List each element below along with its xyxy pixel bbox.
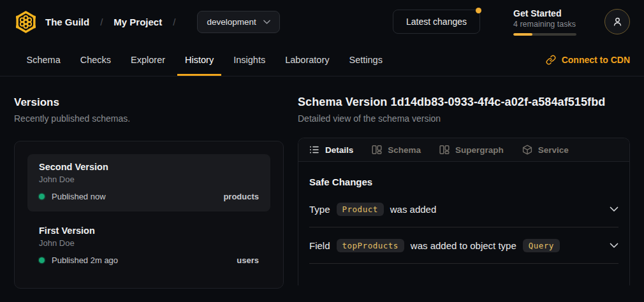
connect-to-cdn-link[interactable]: Connect to CDN	[546, 43, 630, 76]
breadcrumb-separator: /	[100, 17, 103, 27]
hive-logo-icon	[14, 10, 38, 34]
version-card-second[interactable]: Second Version John Doe Published now pr…	[27, 154, 270, 212]
tab-insights[interactable]: Insights	[226, 43, 273, 76]
tab-schema-label: Schema	[388, 145, 421, 155]
version-card-first[interactable]: First Version John Doe Published 2m ago …	[27, 218, 270, 275]
chevron-down-icon	[263, 20, 270, 24]
user-avatar-button[interactable]	[604, 9, 630, 34]
list-icon	[309, 145, 319, 155]
tab-schema-detail[interactable]: Schema	[372, 145, 421, 155]
cube-icon	[522, 145, 532, 155]
versions-list: Second Version John Doe Published now pr…	[14, 141, 284, 289]
get-started-widget[interactable]: Get Started 4 remaining tasks	[513, 8, 576, 36]
change-suffix: was added	[390, 204, 437, 215]
safe-changes-heading: Safe Changes	[309, 176, 618, 187]
versions-title: Versions	[14, 96, 284, 109]
change-prefix: Type	[309, 204, 330, 215]
published-label: Published now	[52, 192, 106, 201]
tab-laboratory[interactable]: Laboratory	[277, 43, 337, 76]
versions-column: Versions Recently published schemas. Sec…	[14, 76, 284, 289]
org-name[interactable]: The Guild	[45, 17, 89, 27]
detail-column: Schema Version 1d14db83-0933-4f4c-a02f-a…	[298, 76, 630, 289]
published-status-dot	[39, 194, 45, 199]
version-author: John Doe	[39, 238, 259, 248]
get-started-title: Get Started	[513, 8, 576, 18]
latest-changes-button[interactable]: Latest changes	[393, 10, 480, 34]
tab-supergraph[interactable]: Supergraph	[439, 145, 504, 155]
tab-settings[interactable]: Settings	[342, 43, 390, 76]
schema-version-panel: Details Schema	[298, 138, 630, 285]
changes-section: Safe Changes Type Product was added Fiel…	[298, 162, 629, 264]
main-content: Versions Recently published schemas. Sec…	[0, 76, 644, 289]
app-header: The Guild / My Project / development Lat…	[0, 0, 644, 43]
code-chip: Query	[523, 239, 560, 252]
tab-history[interactable]: History	[177, 43, 221, 76]
link-icon	[546, 55, 556, 65]
tab-explorer[interactable]: Explorer	[123, 43, 173, 76]
tab-details[interactable]: Details	[309, 145, 353, 155]
change-suffix: was added to object type	[411, 240, 516, 251]
connect-to-cdn-label: Connect to CDN	[562, 55, 630, 65]
change-row-type-added[interactable]: Type Product was added	[309, 191, 618, 227]
breadcrumb-project[interactable]: My Project	[113, 17, 162, 27]
service-name: users	[237, 255, 259, 265]
chevron-down-icon[interactable]	[610, 206, 618, 212]
schema-version-title: Schema Version 1d14db83-0933-4f4c-a02f-a…	[298, 96, 630, 109]
notification-dot	[476, 8, 481, 13]
change-row-field-added[interactable]: Field topProducts was added to object ty…	[309, 227, 618, 264]
columns-icon	[439, 145, 450, 155]
service-name: products	[223, 192, 259, 201]
versions-subtitle: Recently published schemas.	[14, 113, 284, 124]
latest-changes-label: Latest changes	[406, 17, 467, 27]
detail-tabbar: Details Schema	[298, 138, 629, 162]
code-chip: Product	[337, 203, 384, 216]
tab-schema[interactable]: Schema	[19, 43, 68, 76]
get-started-progress-fill	[513, 33, 532, 36]
published-status-dot	[39, 257, 45, 263]
schema-version-subtitle: Detailed view of the schema version	[298, 113, 630, 124]
primary-nav: Schema Checks Explorer History Insights …	[0, 43, 644, 76]
code-chip: topProducts	[337, 239, 404, 252]
tab-checks[interactable]: Checks	[73, 43, 119, 76]
chevron-down-icon[interactable]	[610, 243, 618, 248]
user-icon	[612, 17, 623, 27]
breadcrumb-separator: /	[173, 17, 175, 27]
change-prefix: Field	[309, 240, 330, 251]
published-label: Published 2m ago	[52, 255, 118, 265]
target-selector-value: development	[207, 17, 256, 27]
tab-service-label: Service	[538, 145, 569, 155]
tab-supergraph-label: Supergraph	[455, 145, 504, 155]
target-selector-dropdown[interactable]: development	[197, 11, 279, 33]
tab-details-label: Details	[325, 145, 353, 155]
version-author: John Doe	[39, 175, 259, 184]
version-title: First Version	[39, 226, 259, 236]
version-title: Second Version	[39, 162, 259, 172]
tab-service[interactable]: Service	[522, 145, 569, 155]
get-started-remaining: 4 remaining tasks	[513, 20, 576, 29]
brand[interactable]: The Guild	[14, 10, 89, 34]
get-started-progressbar	[513, 33, 576, 36]
columns-icon	[372, 145, 382, 155]
